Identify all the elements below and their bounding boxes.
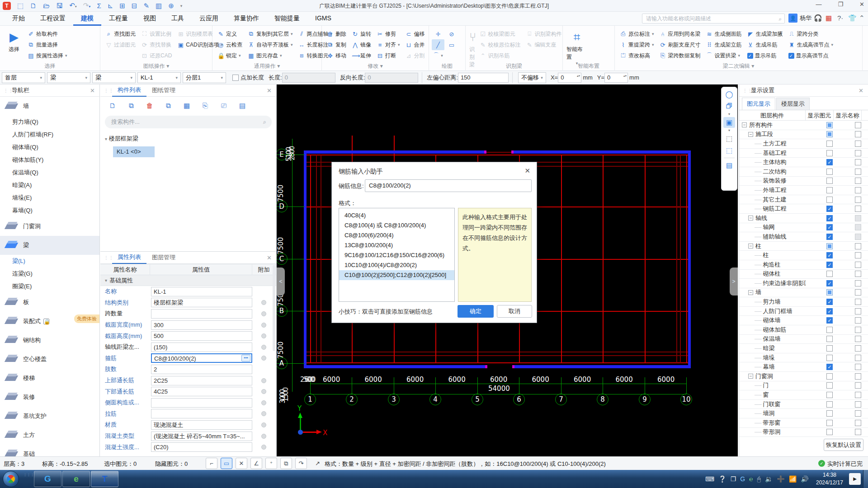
nav-item-剪力墙(Q)[interactable]: 剪力墙(Q) [0, 116, 99, 128]
display-row-窗[interactable]: ──窗 [739, 390, 868, 400]
display-row-施工段[interactable]: –施工段 [739, 130, 868, 140]
view-tool[interactable]: ▾ [723, 129, 735, 132]
view-tool[interactable]: ▣ [723, 117, 735, 128]
toolbar-select-1[interactable]: 梁▾ [47, 72, 90, 83]
display-row-带形窗[interactable]: ──带形窗 [739, 418, 868, 428]
ribbon-item-原位标注[interactable]: ⎙原位标注▾ [618, 28, 656, 39]
show-name-checkbox[interactable] [855, 289, 861, 296]
ribbon-item-显示吊筋[interactable]: ✓显示吊筋 [745, 50, 785, 61]
show-name-checkbox[interactable] [855, 420, 861, 426]
ribbon-item-分割[interactable]: ⊿分割 [403, 50, 427, 61]
show-name-checkbox[interactable] [855, 373, 861, 380]
nav-item-砌体墙(Q)[interactable]: 砌体墙(Q) [0, 141, 99, 154]
show-name-checkbox[interactable] [855, 178, 861, 184]
reset-default-button[interactable]: 恢复默认设置 [824, 439, 863, 451]
show-name-checkbox[interactable] [855, 308, 861, 314]
restore-button[interactable]: ❐ [838, 1, 843, 8]
toolbar-select-0[interactable]: 首层▾ [2, 72, 45, 83]
display-row-墙[interactable]: –墙 [739, 288, 868, 298]
ribbon-item-还原CAD[interactable]: ⊡还原CAD [139, 50, 174, 61]
menu-tab-工具[interactable]: 工具 [164, 12, 192, 26]
show-element-checkbox[interactable] [826, 122, 833, 128]
collapse-right-tab[interactable]: > [730, 267, 738, 296]
props-tab-图层管理[interactable]: 图层管理 [146, 252, 181, 263]
show-name-checkbox[interactable] [855, 224, 861, 230]
ribbon-item-应用到同名梁[interactable]: ⑃应用到同名梁 [657, 28, 703, 39]
format-option[interactable]: 9C16@100/12C16@150/C16@200(6) [339, 250, 454, 260]
ribbon-item-锁定[interactable]: 🔒锁定▾ [215, 50, 245, 61]
tree-item-kl1[interactable]: KL-1 <0> [113, 146, 155, 157]
comp-tool-3[interactable]: ⧉ [161, 99, 175, 112]
ribbon-item-查找替换[interactable]: ⟳查找替换 [139, 39, 174, 50]
nav-item-梁[interactable]: 梁 [0, 236, 99, 255]
show-element-checkbox[interactable] [826, 289, 833, 296]
nav-item-钢结构[interactable]: 钢结构 [0, 331, 99, 350]
comp-tool-5[interactable]: ⎘ [198, 99, 212, 112]
show-element-checkbox[interactable] [826, 429, 833, 435]
display-row-其它土建[interactable]: ──其它土建 [739, 195, 868, 205]
minimize-button[interactable]: — [816, 1, 821, 8]
menu-tab-工程量[interactable]: 工程量 [101, 12, 136, 26]
menu-tab-工程设置[interactable]: 工程设置 [33, 12, 73, 26]
collapse-left-tab[interactable]: < [277, 267, 285, 296]
ribbon-item-生成侧面筋[interactable]: ≋生成侧面筋 [704, 28, 744, 39]
left-offset-input[interactable]: 150 [458, 73, 509, 83]
display-tab-图元显示[interactable]: 图元显示 [742, 98, 775, 110]
taskbar-clock[interactable]: 14:382024/12/17 [813, 471, 846, 487]
ribbon-item-移动[interactable]: ✥移动 [325, 50, 349, 61]
ribbon-item-生成高强节点[interactable]: ♜生成高强节点▾ [786, 39, 836, 50]
ribbon-big-选择[interactable]: ▶选择 [4, 28, 24, 53]
ribbon-item-显示高强节点[interactable]: ✓显示高强节点 [786, 50, 836, 61]
status-tool-4[interactable]: ⁺ [265, 458, 277, 469]
show-name-checkbox[interactable] [855, 271, 861, 277]
nav-item-连梁(G)[interactable]: 连梁(G) [0, 267, 99, 280]
ribbon-item-复制到其它层[interactable]: ⧉复制到其它层▾ [245, 28, 295, 39]
status-tool-1[interactable]: ▭ [221, 458, 232, 469]
show-name-checkbox[interactable] [855, 150, 861, 156]
user-account[interactable]: 👤杨华 [788, 14, 811, 23]
ribbon-item-查找图元[interactable]: ⌕查找图元 [103, 28, 138, 39]
comp-tab-图纸管理[interactable]: 图纸管理 [146, 84, 181, 96]
ribbon-item-梁跨数据复制[interactable]: ⎘梁跨数据复制 [657, 50, 703, 61]
show-element-checkbox[interactable]: ✓ [826, 280, 833, 286]
show-name-checkbox[interactable] [855, 355, 861, 361]
format-option[interactable]: C8@100(4) 或 C8@100/200(4) [339, 221, 454, 230]
prop-row-材质[interactable]: 材质现浇混凝土 [100, 419, 276, 431]
display-row-门窗洞[interactable]: –门窗洞 [739, 372, 868, 381]
show-element-checkbox[interactable]: ✓ [826, 215, 833, 221]
nav-item-人防门框墙(RF)[interactable]: 人防门框墙(RF) [0, 128, 99, 141]
view-tool[interactable]: ⬚ [723, 133, 735, 144]
show-element-checkbox[interactable] [826, 150, 833, 156]
menu-tab-开始[interactable]: 开始 [5, 12, 33, 26]
show-name-checkbox[interactable] [855, 243, 861, 249]
show-element-checkbox[interactable] [826, 382, 833, 389]
display-row-门联窗[interactable]: ──门联窗 [739, 400, 868, 409]
status-tool-0[interactable]: ⌐ [206, 458, 217, 469]
tray-icon-8[interactable]: 📶 [789, 475, 797, 483]
display-row-辅助轴线[interactable]: ──辅助轴线✓ [739, 232, 868, 242]
ribbon-item-draw-icon[interactable]: ✛ [432, 28, 444, 39]
nav-item-梁(L)[interactable]: 梁(L) [0, 255, 99, 267]
display-row-外墙工程[interactable]: ──外墙工程 [739, 186, 868, 195]
display-row-墙垛[interactable]: ──墙垛 [739, 353, 868, 363]
show-name-checkbox[interactable] [855, 262, 861, 268]
ribbon-item-draw-icon[interactable]: ╱ [432, 39, 444, 50]
status-tool-5[interactable]: ⧉ [280, 458, 292, 469]
comp-tool-1[interactable]: ⧉ [124, 99, 138, 112]
show-name-checkbox[interactable] [855, 299, 861, 305]
show-name-checkbox[interactable] [855, 215, 861, 221]
ribbon-item-偏移[interactable]: ⊂偏移 [403, 28, 427, 39]
show-element-checkbox[interactable] [826, 420, 833, 426]
show-name-checkbox[interactable] [855, 234, 861, 240]
ribbon-item-设置拱梁[interactable]: ⌒设置拱梁▾ [704, 50, 744, 61]
comp-tool-4[interactable]: ▦ [180, 99, 193, 112]
toolbar-select-3[interactable]: KL-1▾ [137, 72, 181, 83]
offset-mode-select[interactable]: 不偏移▾ [518, 72, 546, 83]
ribbon-item-编辑支座[interactable]: ✎编辑支座 [524, 39, 564, 50]
prop-row-结构类别[interactable]: 结构类别楼层框架梁 [100, 297, 276, 309]
show-element-checkbox[interactable] [826, 271, 833, 277]
dialog-close-icon[interactable]: ✕ [524, 167, 530, 175]
display-row-剪力墙[interactable]: ──剪力墙✓ [739, 297, 868, 307]
show-name-checkbox[interactable] [855, 327, 861, 333]
display-row-主体结构[interactable]: ──主体结构✓ [739, 158, 868, 167]
